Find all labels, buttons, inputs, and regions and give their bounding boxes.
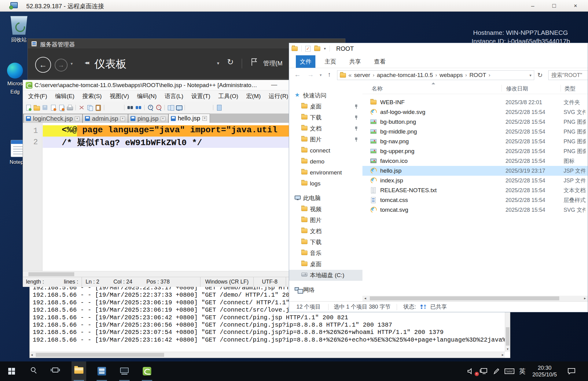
editor-tab[interactable]: loginCheck.jsp bbox=[24, 114, 83, 123]
clock[interactable]: 20:30 2025/10/5 bbox=[528, 361, 561, 381]
network-button[interactable] bbox=[477, 361, 490, 381]
toolbar-icon[interactable] bbox=[183, 104, 186, 111]
file-row[interactable]: index.jsp 2025/2/28 15:54 JSP 文件 bbox=[362, 176, 588, 185]
scroll-left-icon[interactable]: ◂ bbox=[31, 353, 33, 357]
file-row[interactable]: RELEASE-NOTES.txt 2025/2/28 15:54 文本文档 bbox=[362, 185, 588, 195]
forward-button[interactable]: → bbox=[55, 59, 68, 71]
close-icon[interactable] bbox=[75, 116, 79, 121]
editor-horizontal-scrollbar[interactable] bbox=[23, 271, 328, 277]
menu-item[interactable]: 语言(L) bbox=[161, 90, 187, 102]
editor-tab[interactable]: hello.jsp bbox=[168, 114, 210, 123]
toolbar-icon[interactable] bbox=[66, 104, 73, 111]
sidebar-item[interactable]: 桌面 bbox=[289, 259, 362, 270]
sidebar-item[interactable]: environment bbox=[289, 167, 362, 178]
sidebar-item[interactable]: connect bbox=[289, 145, 362, 156]
sidebar-item[interactable]: demo bbox=[289, 156, 362, 167]
back-button[interactable]: ← bbox=[35, 57, 51, 73]
scroll-down-icon[interactable]: ▾ bbox=[505, 347, 510, 351]
sidebar-item[interactable]: 文档 bbox=[289, 123, 362, 134]
sidebar-item[interactable]: 下载 bbox=[289, 112, 362, 123]
scroll-left-icon[interactable]: ◂ bbox=[364, 296, 366, 300]
manage-menu[interactable]: 管理(M bbox=[263, 59, 282, 68]
taskbar-notepadpp[interactable] bbox=[140, 361, 154, 381]
toolbar-icon[interactable] bbox=[215, 104, 223, 111]
sidebar-item[interactable]: 此电脑 bbox=[289, 193, 362, 204]
ribbon-tab[interactable]: 主页 bbox=[321, 55, 340, 68]
file-row[interactable]: asf-logo-wide.svg 2025/2/28 15:54 SVG 文件 bbox=[362, 107, 588, 117]
toolbar-icon[interactable] bbox=[58, 104, 65, 111]
sidebar-item[interactable]: 网络 bbox=[289, 284, 362, 295]
column-divider[interactable] bbox=[502, 85, 502, 92]
file-row[interactable]: hello.jsp 2025/3/19 23:17 JSP 文件 bbox=[362, 166, 588, 176]
file-list-hscroll-thumb[interactable] bbox=[370, 296, 559, 300]
menu-item[interactable]: 运行(R) bbox=[265, 90, 292, 102]
column-header-date[interactable]: 修改日期 bbox=[506, 85, 528, 92]
ribbon-tab[interactable]: 查看 bbox=[370, 55, 390, 68]
editor-tab[interactable]: admin.jsp bbox=[83, 114, 128, 123]
new-folder-icon[interactable] bbox=[314, 46, 320, 51]
rdp-close-button[interactable]: × bbox=[565, 0, 586, 12]
breadcrumb-label[interactable]: ROOT bbox=[469, 72, 486, 79]
address-dropdown-caret-icon[interactable]: ▾ bbox=[529, 73, 531, 78]
toolbar-icon[interactable] bbox=[103, 104, 105, 111]
recent-locations-caret-icon[interactable]: ▾ bbox=[320, 73, 322, 77]
toolbar-icon[interactable] bbox=[33, 104, 40, 111]
scroll-right-icon[interactable]: ▸ bbox=[584, 296, 586, 300]
sidebar-item[interactable]: 视频 bbox=[289, 204, 362, 215]
notifications-flag-icon[interactable] bbox=[251, 58, 258, 67]
refresh-button[interactable]: ↻ bbox=[227, 57, 234, 67]
toolbar-icon[interactable] bbox=[155, 104, 162, 111]
menu-item[interactable]: 视图(V) bbox=[106, 90, 133, 102]
scroll-right-icon[interactable]: ▸ bbox=[502, 353, 504, 357]
toolbar-icon[interactable] bbox=[115, 104, 122, 111]
menu-item[interactable]: 设置(T) bbox=[187, 90, 214, 102]
ime-indicator[interactable]: 英 bbox=[516, 361, 528, 381]
toolbar-icon[interactable] bbox=[147, 104, 154, 111]
toolbar-icon[interactable] bbox=[78, 104, 85, 111]
breadcrumb-segment[interactable]: webapps › bbox=[439, 72, 467, 79]
sidebar-item[interactable]: 图片 bbox=[289, 134, 362, 145]
close-icon[interactable] bbox=[120, 116, 125, 121]
history-caret-icon[interactable]: ▾ bbox=[71, 61, 73, 66]
touch-keyboard-button[interactable] bbox=[502, 361, 516, 381]
toolbar-icon[interactable] bbox=[127, 104, 134, 111]
menu-item[interactable]: 文件(F) bbox=[24, 90, 51, 102]
properties-check-icon[interactable]: ✓ bbox=[305, 46, 311, 52]
file-row[interactable]: bg-middle.png 2025/2/28 15:54 PNG 图像 bbox=[362, 127, 588, 137]
editor-tab[interactable]: ping.jsp bbox=[128, 114, 168, 123]
sidebar-item[interactable]: 下载 bbox=[289, 237, 362, 248]
editor-text-area[interactable]: <%@ page language="java" import="java.ut… bbox=[43, 125, 328, 148]
sidebar-item[interactable]: 本地磁盘 (C:) bbox=[289, 270, 362, 281]
column-header-name[interactable]: 名称 bbox=[372, 85, 383, 92]
close-icon[interactable] bbox=[202, 116, 207, 121]
file-row[interactable]: bg-button.png 2025/2/28 15:54 PNG 图像 bbox=[362, 117, 588, 127]
file-row[interactable]: bg-upper.png 2025/2/28 15:54 PNG 图像 bbox=[362, 146, 588, 156]
forward-button[interactable]: → bbox=[307, 71, 314, 78]
column-header-type[interactable]: 类型 bbox=[564, 85, 575, 92]
toolbar-icon[interactable] bbox=[175, 104, 182, 111]
taskbar-remote-app[interactable] bbox=[117, 361, 132, 381]
search-button[interactable] bbox=[27, 361, 42, 381]
address-bar[interactable]: « server › apache-tomcat-11.0.5 › webapp… bbox=[337, 70, 534, 80]
toolbar-icon[interactable] bbox=[167, 104, 174, 111]
refresh-button[interactable]: ↻ bbox=[537, 71, 543, 79]
breadcrumb-segment[interactable]: apache-tomcat-11.0.5 › bbox=[377, 72, 437, 79]
customize-caret-icon[interactable]: ▾ bbox=[324, 46, 326, 51]
menu-item[interactable]: 编辑(E) bbox=[51, 90, 78, 102]
rdp-maximize-button[interactable]: □ bbox=[543, 0, 565, 12]
log-hscroll-thumb[interactable] bbox=[36, 353, 164, 357]
menu-item[interactable]: 工具(O) bbox=[214, 90, 242, 102]
sidebar-item[interactable]: 音乐 bbox=[289, 248, 362, 259]
file-row[interactable]: bg-nav.png 2025/2/28 15:54 PNG 图像 bbox=[362, 137, 588, 146]
toolbar-icon[interactable] bbox=[41, 104, 49, 111]
toolbar-caret-icon[interactable]: ▾ bbox=[217, 60, 219, 66]
toolbar-icon[interactable] bbox=[86, 104, 94, 111]
sidebar-item[interactable]: 文档 bbox=[289, 226, 362, 237]
notepadpp-minimize-button[interactable]: — bbox=[271, 81, 277, 88]
menu-item[interactable]: 宏(M) bbox=[242, 90, 265, 102]
toolbar-icon[interactable] bbox=[195, 104, 203, 111]
sidebar-item[interactable]: logs bbox=[289, 178, 362, 189]
up-button[interactable]: ↑ bbox=[328, 71, 331, 78]
code-editor[interactable]: 1 2 <%@ page language="java" import="jav… bbox=[23, 123, 328, 271]
ribbon-tab[interactable]: 文件 bbox=[296, 55, 315, 68]
